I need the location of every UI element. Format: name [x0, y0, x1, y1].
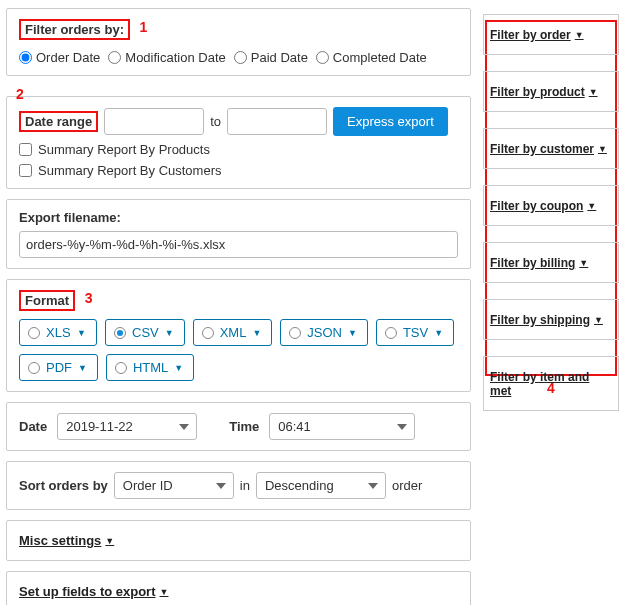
chevron-down-icon: ▼: [78, 363, 87, 373]
sort-by-select[interactable]: Order ID: [114, 472, 234, 499]
format-json-button[interactable]: JSON▼: [280, 319, 368, 346]
chevron-down-icon: ▼: [348, 328, 357, 338]
sort-panel: Sort orders by Order ID in Descending or…: [6, 461, 471, 510]
format-xml-button[interactable]: XML▼: [193, 319, 273, 346]
format-pdf-button[interactable]: PDF▼: [19, 354, 98, 381]
filter-by-coupon[interactable]: Filter by coupon▼: [490, 199, 596, 213]
chevron-down-icon: ▼: [174, 363, 183, 373]
chevron-down-icon: ▼: [252, 328, 261, 338]
date-range-label: Date range: [25, 114, 92, 129]
filename-panel: Export filename:: [6, 199, 471, 269]
date-range-from-input[interactable]: [104, 108, 204, 135]
sort-suffix-label: order: [392, 478, 422, 493]
filter-by-shipping[interactable]: Filter by shipping▼: [490, 313, 603, 327]
chevron-down-icon: ▼: [105, 536, 114, 546]
annotation-number-3: 3: [85, 290, 93, 306]
chevron-down-icon: ▼: [160, 587, 169, 597]
summary-customers-checkbox[interactable]: [19, 164, 32, 177]
radio-order-date-label: Order Date: [36, 50, 100, 65]
chevron-down-icon: ▼: [77, 328, 86, 338]
radio-modification-date[interactable]: Modification Date: [108, 50, 225, 65]
filename-label: Export filename:: [19, 210, 121, 225]
annotation-number-2: 2: [16, 86, 24, 102]
time-label: Time: [229, 419, 259, 434]
format-heading: Format: [25, 293, 69, 308]
filter-by-billing[interactable]: Filter by billing▼: [490, 256, 588, 270]
chevron-down-icon: ▼: [589, 87, 598, 97]
filter-by-product[interactable]: Filter by product▼: [490, 85, 598, 99]
radio-paid-date-label: Paid Date: [251, 50, 308, 65]
date-range-to-label: to: [210, 114, 221, 129]
radio-order-date-input[interactable]: [19, 51, 32, 64]
chevron-down-icon: ▼: [594, 315, 603, 325]
date-range-to-input[interactable]: [227, 108, 327, 135]
misc-settings-panel: Misc settings ▼: [6, 520, 471, 561]
annotation-number-1: 1: [140, 19, 148, 35]
misc-settings-toggle[interactable]: Misc settings ▼: [19, 533, 114, 548]
radio-completed-date[interactable]: Completed Date: [316, 50, 427, 65]
summary-products-checkbox[interactable]: [19, 143, 32, 156]
filter-by-item-meta[interactable]: Filter by item and met: [490, 370, 612, 398]
sidebar: 4 Filter by order▼ Filter by product▼ Fi…: [483, 8, 619, 605]
radio-modification-date-input[interactable]: [108, 51, 121, 64]
format-html-button[interactable]: HTML▼: [106, 354, 194, 381]
format-panel: Format 3 XLS▼ CSV▼ XML▼ JSON▼ TSV▼ PDF▼ …: [6, 279, 471, 392]
chevron-down-icon: ▼: [587, 201, 596, 211]
chevron-down-icon: ▼: [598, 144, 607, 154]
radio-paid-date-input[interactable]: [234, 51, 247, 64]
sort-direction-select[interactable]: Descending: [256, 472, 386, 499]
chevron-down-icon: ▼: [165, 328, 174, 338]
summary-customers-label: Summary Report By Customers: [38, 163, 222, 178]
sort-label: Sort orders by: [19, 478, 108, 493]
sort-in-label: in: [240, 478, 250, 493]
setup-fields-toggle[interactable]: Set up fields to export ▼: [19, 584, 168, 599]
filename-input[interactable]: [19, 231, 458, 258]
radio-order-date[interactable]: Order Date: [19, 50, 100, 65]
filter-by-customer[interactable]: Filter by customer▼: [490, 142, 607, 156]
filter-orders-heading: Filter orders by:: [25, 22, 124, 37]
filter-orders-panel: Filter orders by: 1 Order Date Modificat…: [6, 8, 471, 76]
annotation-box-1: Filter orders by:: [19, 19, 130, 40]
radio-completed-date-label: Completed Date: [333, 50, 427, 65]
annotation-box-3: Format: [19, 290, 75, 311]
radio-paid-date[interactable]: Paid Date: [234, 50, 308, 65]
date-label: Date: [19, 419, 47, 434]
chevron-down-icon: ▼: [575, 30, 584, 40]
format-tsv-button[interactable]: TSV▼: [376, 319, 454, 346]
format-xls-button[interactable]: XLS▼: [19, 319, 97, 346]
filter-by-order[interactable]: Filter by order▼: [490, 28, 584, 42]
setup-fields-panel: Set up fields to export ▼: [6, 571, 471, 605]
summary-products-label: Summary Report By Products: [38, 142, 210, 157]
annotation-box-2: Date range: [19, 111, 98, 132]
radio-completed-date-input[interactable]: [316, 51, 329, 64]
chevron-down-icon: ▼: [579, 258, 588, 268]
chevron-down-icon: ▼: [434, 328, 443, 338]
date-range-panel: Date range to Express export Summary Rep…: [6, 96, 471, 189]
time-select[interactable]: 06:41: [269, 413, 415, 440]
datetime-panel: Date 2019-11-22 Time 06:41: [6, 402, 471, 451]
format-csv-button[interactable]: CSV▼: [105, 319, 185, 346]
date-select[interactable]: 2019-11-22: [57, 413, 197, 440]
express-export-button[interactable]: Express export: [333, 107, 448, 136]
radio-modification-date-label: Modification Date: [125, 50, 225, 65]
